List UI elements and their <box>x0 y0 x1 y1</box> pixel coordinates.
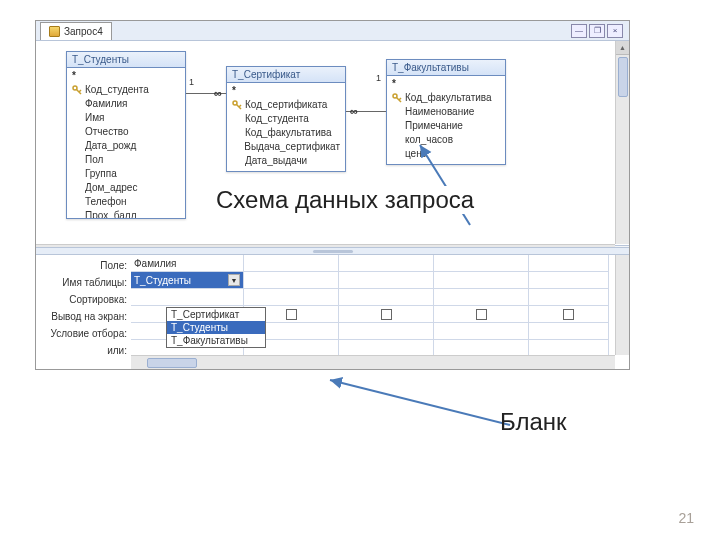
table-header: Т_Сертификат <box>227 67 345 83</box>
cell-table[interactable] <box>244 272 338 289</box>
dropdown-arrow-icon[interactable]: ▼ <box>228 274 240 286</box>
key-icon <box>232 100 242 110</box>
field-row[interactable]: кол_часов <box>390 133 502 147</box>
cell-sort[interactable] <box>434 289 528 306</box>
dropdown-option[interactable]: Т_Студенты <box>167 321 265 334</box>
label-sort: Сортировка: <box>38 291 127 308</box>
cell-field[interactable] <box>529 255 608 272</box>
label-or: или: <box>38 342 127 359</box>
grid-vertical-scrollbar[interactable] <box>615 255 629 355</box>
scroll-up-arrow[interactable]: ▲ <box>616 41 629 55</box>
field-row[interactable]: Фамилия <box>70 97 182 111</box>
relation-many-label: ∞ <box>214 87 222 99</box>
cell-field[interactable]: Фамилия <box>131 255 243 272</box>
cell-criteria[interactable] <box>339 323 433 340</box>
design-grid-pane: Поле: Имя таблицы: Сортировка: Вывод на … <box>36 255 629 369</box>
field-row[interactable]: Наименование <box>390 105 502 119</box>
table-faculty[interactable]: Т_Факультативы * Код_факультатива Наимен… <box>386 59 506 165</box>
tab-label: Запрос4 <box>64 26 103 37</box>
grid-column[interactable] <box>339 255 434 355</box>
field-row[interactable]: Дата_выдачи <box>230 154 342 168</box>
grid-column[interactable] <box>529 255 609 355</box>
page-number: 21 <box>678 510 694 526</box>
cell-field[interactable] <box>339 255 433 272</box>
cell-table[interactable] <box>434 272 528 289</box>
grid-column[interactable] <box>434 255 529 355</box>
relation-one-label: 1 <box>189 77 194 87</box>
table-header: Т_Студенты <box>67 52 185 68</box>
cell-table[interactable] <box>529 272 608 289</box>
table-body: * Код_факультатива Наименование Примечан… <box>387 76 505 164</box>
cell-show[interactable] <box>529 306 608 323</box>
cell-field[interactable] <box>244 255 338 272</box>
field-row[interactable]: Дом_адрес <box>70 181 182 195</box>
field-row[interactable]: Код_сертификата <box>230 98 342 112</box>
cell-table[interactable]: Т_Студенты▼ <box>131 272 243 289</box>
cell-sort[interactable] <box>339 289 433 306</box>
tab-query[interactable]: Запрос4 <box>40 22 112 40</box>
field-row[interactable]: Отчество <box>70 125 182 139</box>
field-row[interactable]: Код_студента <box>70 83 182 97</box>
cell-show[interactable] <box>339 306 433 323</box>
cell-sort[interactable] <box>244 289 338 306</box>
field-row[interactable]: Прох_балл <box>70 209 182 218</box>
dropdown-option[interactable]: Т_Факультативы <box>167 334 265 347</box>
checkbox-show[interactable] <box>476 309 487 320</box>
field-row[interactable]: Код_студента <box>230 112 342 126</box>
field-row[interactable]: Примечание <box>390 119 502 133</box>
grid-row-labels: Поле: Имя таблицы: Сортировка: Вывод на … <box>36 255 131 369</box>
vertical-scrollbar[interactable]: ▲ <box>615 41 629 244</box>
table-students[interactable]: Т_Студенты * Код_студента Фамилия Имя От… <box>66 51 186 219</box>
table-header: Т_Факультативы <box>387 60 505 76</box>
checkbox-show[interactable] <box>381 309 392 320</box>
field-row[interactable]: Код_факультатива <box>230 126 342 140</box>
field-row[interactable]: Имя <box>70 111 182 125</box>
cell-criteria[interactable] <box>434 323 528 340</box>
field-row[interactable]: Дата_рожд <box>70 139 182 153</box>
all-fields-row[interactable]: * <box>230 84 342 98</box>
grip-icon <box>313 250 353 253</box>
label-show: Вывод на экран: <box>38 308 127 325</box>
caption-blank: Бланк <box>500 408 567 436</box>
field-row[interactable]: Телефон <box>70 195 182 209</box>
maximize-button[interactable]: ❐ <box>589 24 605 38</box>
relationship-pane[interactable]: Т_Студенты * Код_студента Фамилия Имя От… <box>36 41 629 246</box>
checkbox-show[interactable] <box>563 309 574 320</box>
relation-one-label: 1 <box>376 73 381 83</box>
field-row[interactable]: Группа <box>70 167 182 181</box>
annotation-arrow <box>320 375 520 437</box>
table-body: * Код_сертификата Код_студента Код_факул… <box>227 83 345 171</box>
label-criteria: Условие отбора: <box>38 325 127 342</box>
scroll-thumb[interactable] <box>147 358 197 368</box>
tab-strip: Запрос4 — ❐ × <box>36 21 629 41</box>
label-table: Имя таблицы: <box>38 274 127 291</box>
table-body: * Код_студента Фамилия Имя Отчество Дата… <box>67 68 185 218</box>
checkbox-show[interactable] <box>286 309 297 320</box>
key-icon <box>72 85 82 95</box>
relation-many-label: ∞ <box>350 105 358 117</box>
window-controls: — ❐ × <box>571 24 629 38</box>
dropdown-option[interactable]: Т_Сертификат <box>167 308 265 321</box>
table-certificate[interactable]: Т_Сертификат * Код_сертификата Код_студе… <box>226 66 346 172</box>
scroll-thumb[interactable] <box>618 57 628 97</box>
all-fields-row[interactable]: * <box>70 69 182 83</box>
caption-schema: Схема данных запроса <box>210 186 480 214</box>
cell-sort[interactable] <box>131 289 243 306</box>
cell-sort[interactable] <box>529 289 608 306</box>
table-dropdown-list[interactable]: Т_Сертификат Т_Студенты Т_Факультативы <box>166 307 266 348</box>
grid-horizontal-scrollbar[interactable] <box>131 355 615 369</box>
label-field: Поле: <box>38 257 127 274</box>
field-row[interactable]: Пол <box>70 153 182 167</box>
minimize-button[interactable]: — <box>571 24 587 38</box>
key-icon <box>392 93 402 103</box>
cell-table[interactable] <box>339 272 433 289</box>
cell-field[interactable] <box>434 255 528 272</box>
field-row[interactable]: Код_факультатива <box>390 91 502 105</box>
close-button[interactable]: × <box>607 24 623 38</box>
all-fields-row[interactable]: * <box>390 77 502 91</box>
field-row[interactable]: цена <box>390 147 502 161</box>
pane-splitter[interactable] <box>36 247 629 255</box>
cell-criteria[interactable] <box>529 323 608 340</box>
cell-show[interactable] <box>434 306 528 323</box>
field-row[interactable]: Выдача_сертификат <box>230 140 342 154</box>
